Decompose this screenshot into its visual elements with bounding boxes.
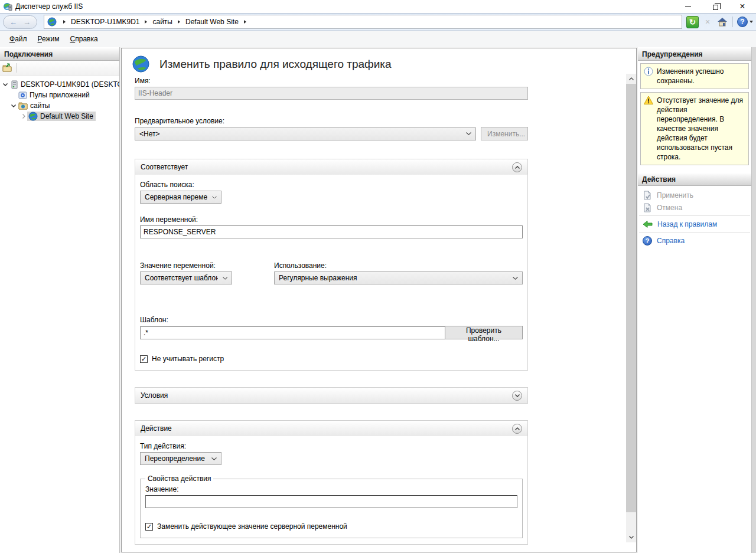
menu-view-rest: ежим: [42, 35, 60, 43]
tree-item-sites[interactable]: сайты: [0, 100, 119, 111]
chevron-down-icon: [513, 277, 518, 280]
menu-help[interactable]: Справка: [65, 32, 103, 45]
using-select[interactable]: Регулярные выражения: [274, 271, 523, 284]
title-bar: Диспетчер служб IIS ×: [0, 0, 756, 13]
minimize-button[interactable]: [674, 0, 702, 13]
cancel-label: Отмена: [657, 204, 682, 212]
stop-icon: ×: [705, 17, 710, 27]
cancel-button[interactable]: Отмена: [638, 201, 751, 214]
breadcrumb-item-default-web-site[interactable]: Default Web Site: [184, 18, 240, 26]
scope-select[interactable]: Серверная переменн: [140, 191, 221, 204]
tree-item-default-web-site[interactable]: Default Web Site: [0, 111, 119, 122]
pattern-input[interactable]: [140, 326, 445, 339]
chevron-down-icon: [466, 132, 471, 135]
action-value-input[interactable]: [145, 495, 517, 508]
action-properties-legend: Свойства действия: [145, 475, 213, 483]
navigation-buttons: ← →: [3, 15, 37, 29]
menu-view[interactable]: Режим: [32, 32, 65, 45]
operation-select[interactable]: Соответствует шаблону: [140, 271, 232, 284]
action-value-label: Значение:: [145, 485, 517, 493]
scroll-down-button[interactable]: [626, 532, 636, 542]
test-pattern-button[interactable]: Проверить шаблон...: [445, 326, 523, 339]
apply-button[interactable]: Применить: [638, 189, 751, 201]
checkmark-icon: ✓: [141, 356, 146, 362]
match-section-title: Соответствует: [141, 163, 188, 171]
ignore-case-checkbox[interactable]: ✓: [140, 355, 148, 363]
scroll-up-button[interactable]: [626, 74, 636, 84]
breadcrumb-item-sites[interactable]: сайты: [151, 18, 174, 26]
match-section: Соответствует Область поиска: Серверная …: [135, 159, 528, 371]
menu-file-accel: Ф: [9, 35, 15, 43]
variable-name-input[interactable]: [140, 225, 523, 238]
forward-button[interactable]: →: [23, 18, 31, 27]
scrollbar-track[interactable]: [626, 84, 636, 532]
edit-precondition-button[interactable]: Изменить...: [481, 127, 528, 140]
menu-help-rest: правка: [75, 35, 97, 43]
action-type-label: Тип действия:: [140, 442, 523, 450]
info-icon: [644, 67, 653, 86]
refresh-icon: ↻: [689, 18, 696, 27]
replace-value-checkbox[interactable]: ✓: [145, 523, 153, 531]
chevron-expanded-icon[interactable]: [2, 83, 9, 86]
restore-icon: [713, 5, 718, 10]
alert-warning-text: Отсутствует значение для действия переоп…: [657, 96, 746, 162]
chevron-down-icon: [212, 196, 217, 199]
tree-item-app-pools-label: Пулы приложений: [30, 91, 90, 99]
restore-button[interactable]: [702, 0, 729, 13]
operation-label: Значение переменной:: [140, 261, 274, 270]
help-icon: ?: [643, 236, 652, 246]
name-label: Имя:: [135, 77, 618, 85]
back-to-rules-link[interactable]: Назад к правилам: [638, 218, 751, 230]
create-connection-icon[interactable]: [2, 63, 12, 73]
scrollbar-thumb[interactable]: [626, 84, 636, 512]
panel-scroll-strip[interactable]: [751, 47, 756, 553]
tree-item-server[interactable]: DESKTOP-U1MK9D1 (DESKTOP: [0, 79, 119, 90]
connections-toolbar: [0, 61, 119, 76]
breadcrumb[interactable]: DESKTOP-U1MK9D1 сайты Default Web Site: [44, 15, 682, 29]
edit-outbound-rule-page: Изменить правило для исходящего трафика …: [121, 48, 637, 552]
divider: [639, 215, 750, 216]
back-to-rules-label: Назад к правилам: [657, 220, 717, 228]
close-button[interactable]: ×: [729, 0, 756, 13]
help-link[interactable]: ? Справка: [638, 234, 751, 247]
chevron-down-icon: [750, 21, 753, 23]
using-label: Использование:: [274, 261, 523, 270]
precondition-select[interactable]: <Нет>: [135, 127, 476, 140]
rule-name-input[interactable]: [135, 87, 528, 100]
help-menu-button[interactable]: ?: [737, 17, 753, 27]
breadcrumb-item-server[interactable]: DESKTOP-U1MK9D1: [70, 18, 141, 26]
tree-item-sites-label: сайты: [30, 102, 50, 110]
chevron-up-icon: [515, 427, 520, 430]
chevron-expanded-icon[interactable]: [10, 104, 17, 107]
replace-value-label: Заменить действующее значение серверной …: [157, 522, 347, 531]
home-button[interactable]: [716, 16, 728, 28]
apply-icon: [643, 191, 652, 200]
expand-section-button[interactable]: [512, 391, 522, 401]
action-type-select[interactable]: Переопределение: [140, 452, 221, 465]
window-title: Диспетчер служб IIS: [15, 2, 83, 11]
vertical-scrollbar[interactable]: [626, 74, 636, 542]
chevron-collapsed-icon[interactable]: [20, 114, 27, 119]
tree-item-app-pools[interactable]: Пулы приложений: [0, 90, 119, 100]
variable-name-label: Имя переменной:: [140, 215, 523, 224]
selected-tree-item: Default Web Site: [27, 112, 96, 121]
back-button[interactable]: ←: [9, 18, 17, 27]
close-icon: ×: [739, 2, 745, 11]
collapse-section-button[interactable]: [512, 162, 522, 172]
collapse-section-button[interactable]: [512, 424, 522, 434]
page-title: Изменить правило для исходящего трафика: [159, 58, 392, 71]
menu-file[interactable]: Файл: [4, 32, 32, 45]
connections-header: Подключения: [0, 48, 119, 61]
breadcrumb-separator-icon: [63, 20, 66, 24]
stop-button[interactable]: ×: [702, 16, 713, 28]
server-icon: [10, 80, 18, 89]
help-label: Справка: [657, 237, 685, 245]
refresh-button[interactable]: ↻: [686, 16, 699, 28]
breadcrumb-separator-icon: [244, 20, 246, 24]
pattern-label: Шаблон:: [140, 316, 523, 324]
scope-label: Область поиска:: [140, 181, 523, 189]
chevron-down-icon: [515, 394, 520, 397]
operation-value: Соответствует шаблону: [145, 274, 218, 282]
menu-file-rest: айл: [15, 35, 27, 43]
action-section: Действие Тип действия: Переопределение С…: [135, 420, 528, 545]
